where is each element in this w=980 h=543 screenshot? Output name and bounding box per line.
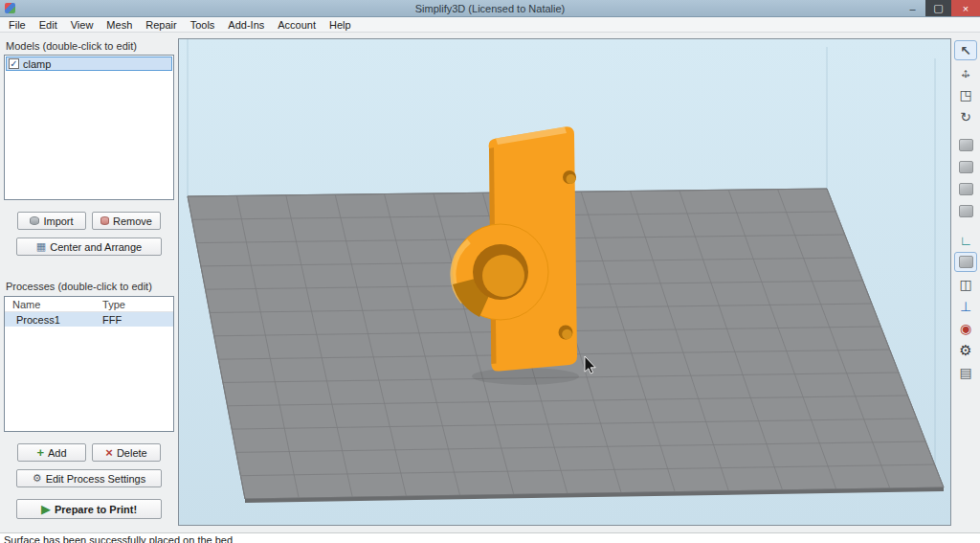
cube-icon (959, 205, 973, 217)
menu-item-repair[interactable]: Repair (139, 18, 183, 32)
select-tool-button[interactable]: ↖ (954, 40, 977, 60)
menu-item-tools[interactable]: Tools (184, 18, 222, 32)
remove-button[interactable]: Remove (92, 212, 161, 230)
menu-bar: File Edit View Mesh Repair Tools Add-Ins… (0, 17, 980, 33)
delete-process-button[interactable]: × Delete (92, 443, 161, 462)
machine-settings-button[interactable]: ⚙ (954, 340, 977, 360)
gear-icon: ⚙ (959, 342, 971, 359)
cube-icon (959, 183, 973, 195)
prepare-to-print-button[interactable]: ▶ Prepare to Print! (16, 499, 162, 519)
rotate-icon: ↻ (960, 109, 971, 124)
rotate-tool-button[interactable]: ↻ (954, 106, 977, 126)
axes-icon: ∟ (959, 233, 972, 248)
status-message: Surface has been successfully placed on … (0, 533, 980, 543)
import-icon (30, 216, 39, 225)
process-name-cell: Process1 (5, 314, 102, 326)
bolt-hole-top (563, 170, 576, 184)
process-row[interactable]: Process1 FFF (5, 312, 173, 327)
measurement-button[interactable]: ▤ (954, 362, 977, 382)
cursor-icon: ↖ (960, 43, 971, 58)
coordinate-axes-button[interactable]: ∟ (954, 230, 977, 250)
processes-header: Processes (double-click to edit) (6, 281, 174, 292)
menu-item-view[interactable]: View (64, 18, 100, 32)
view-side-button[interactable] (954, 179, 977, 199)
menu-item-addins[interactable]: Add-Ins (221, 18, 271, 32)
add-process-button[interactable]: + Add (17, 443, 86, 462)
check-icon: ✓ (10, 59, 17, 69)
menu-item-edit[interactable]: Edit (33, 18, 64, 32)
scale-icon: ◳ (959, 87, 971, 102)
status-bar: Surface has been successfully placed on … (0, 532, 980, 543)
column-type: Type (102, 299, 125, 310)
gear-icon: ⚙ (33, 473, 42, 484)
model-name-label: clamp (23, 58, 51, 70)
process-table[interactable]: Name Type Process1 FFF (4, 296, 174, 432)
paint-icon: ◉ (960, 321, 971, 336)
edit-process-settings-button[interactable]: ⚙ Edit Process Settings (16, 469, 162, 487)
add-icon: + (36, 447, 44, 458)
process-table-header: Name Type (5, 297, 173, 312)
menu-item-mesh[interactable]: Mesh (100, 18, 139, 32)
cube-icon (959, 161, 973, 173)
window-title: Simplify3D (Licensed to Natalie) (0, 3, 980, 14)
cube-icon (959, 256, 973, 268)
model-list-item[interactable]: ✓ clamp (6, 57, 172, 71)
cube-icon (959, 139, 973, 151)
view-front-button[interactable] (954, 157, 977, 177)
support-paint-button[interactable]: ◉ (954, 318, 977, 338)
cross-section-icon: ◫ (959, 277, 971, 292)
menu-item-file[interactable]: File (2, 18, 33, 32)
model-checkbox[interactable]: ✓ (9, 58, 19, 69)
bolt-hole-bottom (559, 326, 573, 340)
import-button[interactable]: Import (17, 212, 86, 230)
left-sidebar: Models (double-click to edit) ✓ clamp Im… (4, 38, 174, 533)
center-and-arrange-button[interactable]: ▦ Center and Arrange (16, 238, 162, 256)
column-name: Name (5, 299, 102, 310)
view-iso-button[interactable] (954, 201, 977, 221)
remove-icon (100, 216, 109, 225)
scale-tool-button[interactable]: ◳ (954, 84, 977, 104)
viewport-3d[interactable] (178, 38, 951, 526)
support-structures-button[interactable]: ⊥ (954, 296, 977, 316)
models-list[interactable]: ✓ clamp (4, 55, 174, 200)
arrange-grid-icon: ▦ (36, 241, 46, 252)
support-icon: ⊥ (960, 299, 971, 314)
view-cube-active-button[interactable] (954, 252, 977, 272)
models-header: Models (double-click to edit) (6, 40, 174, 52)
menu-item-help[interactable]: Help (323, 18, 358, 32)
translate-tool-button[interactable]: ↔ ↕ (954, 62, 977, 82)
model-shadow (472, 368, 579, 385)
menu-item-account[interactable]: Account (271, 18, 323, 32)
view-toolbar: ↖ ↔ ↕ ◳ ↻ ∟ ◫ ⊥ ◉ ⚙ ▤ (951, 40, 980, 533)
view-top-button[interactable] (954, 135, 977, 155)
window-titlebar: Simplify3D (Licensed to Natalie) – ▢ × (0, 0, 980, 17)
print-arrow-icon: ▶ (41, 504, 51, 514)
ruler-icon: ▤ (959, 365, 971, 380)
delete-icon: × (105, 447, 113, 458)
cross-section-button[interactable]: ◫ (954, 274, 977, 294)
process-type-cell: FFF (102, 314, 122, 326)
